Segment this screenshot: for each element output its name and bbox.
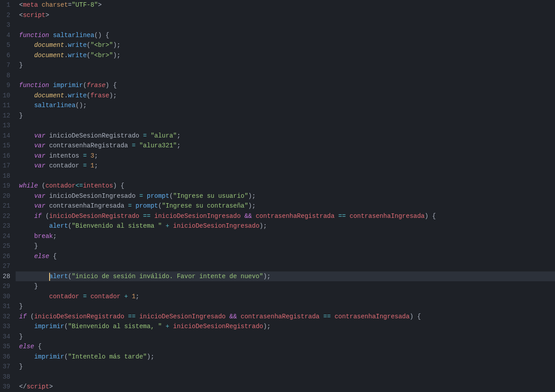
code-token: if [19,313,27,320]
code-token: ); [263,273,271,280]
code-line[interactable] [19,372,555,382]
code-token [19,253,34,260]
code-line[interactable]: var contador = 1; [19,161,555,171]
code-token [135,313,139,320]
code-line[interactable]: contador = contador + 1; [19,292,555,302]
text-cursor [49,273,50,281]
code-token [19,192,34,200]
code-line[interactable]: var contrasenhaIngresada = prompt("Ingre… [19,201,555,211]
code-token: = [128,202,131,209]
code-token: ( [38,182,46,189]
code-line[interactable] [19,71,555,81]
code-editor[interactable]: 1234567891011121314151617181920212223242… [0,0,555,392]
code-line[interactable] [19,121,555,131]
code-line[interactable]: document.write("<br>"); [19,40,555,50]
code-token: ); [260,222,267,229]
code-token [121,293,124,300]
code-line[interactable]: } [19,60,555,71]
code-token: inicioDeSesionIngresado [154,213,240,220]
code-line[interactable]: imprimir("Bienvenido al sistema, " + ini… [19,321,555,332]
code-token [135,142,139,149]
code-line[interactable]: var inicioDeSesionIngresado = prompt("In… [19,191,555,201]
code-token: < [19,12,23,19]
code-line[interactable]: } [19,332,555,342]
code-line[interactable]: document.write("<br>"); [19,50,555,61]
code-token [19,42,34,49]
code-token: > [46,12,49,19]
code-line[interactable]: } [19,362,555,372]
code-line[interactable] [19,20,555,30]
code-token: var [34,142,45,149]
code-token: ); [113,52,121,59]
line-number: 11 [3,100,10,111]
code-token: meta [23,1,38,8]
code-line[interactable]: function imprimir(frase) { [19,80,555,91]
code-token: = [83,152,87,159]
line-number: 38 [3,372,10,382]
code-line[interactable]: if (inicioDeSesionRegistrado == inicioDe… [19,211,555,221]
code-line[interactable]: alert("Bienvenido al sistema " + inicioD… [19,221,555,231]
code-token: "alura" [151,132,177,139]
code-line[interactable]: var contrasenhaRegistrada = "alura321"; [19,141,555,151]
code-token: function [19,82,49,89]
code-token: } [19,112,23,119]
code-token: saltarlinea [53,32,94,39]
code-token: imprimir [53,82,83,89]
code-token: saltarlinea [34,102,75,109]
code-line[interactable]: } [19,111,555,121]
line-number: 2 [3,10,10,21]
code-line[interactable] [19,171,555,181]
code-line[interactable]: if (inicioDeSesionRegistrado == inicioDe… [19,312,555,322]
code-line[interactable]: break; [19,231,555,242]
code-line[interactable]: while (contador<=intentos) { [19,181,555,191]
code-token: ( [64,353,68,360]
code-line[interactable]: <script> [19,10,555,21]
code-token: == [143,213,151,220]
code-token [46,162,49,169]
code-token [252,213,256,220]
code-line[interactable]: } [19,301,555,312]
code-token: < [19,1,23,8]
code-token: prompt [135,202,158,209]
code-token: ( [83,82,87,89]
code-token: break [34,233,53,240]
line-number: 30 [3,292,10,302]
code-token [331,313,334,320]
code-line[interactable]: var intentos = 3; [19,151,555,161]
code-token [128,142,131,149]
code-token: else [19,343,34,350]
code-token: "inicio de sesión inválido. Favor intent… [71,273,263,280]
code-line[interactable]: var inicioDeSesionRegistrado = "alura"; [19,131,555,141]
code-token [19,233,34,240]
code-token: . [64,42,68,49]
line-number: 36 [3,352,10,362]
code-token: </ [19,383,27,390]
code-line[interactable] [19,261,555,271]
line-number: 5 [3,40,10,50]
code-line[interactable]: else { [19,342,555,352]
code-line[interactable]: imprimir("Intentelo más tarde"); [19,352,555,362]
code-line[interactable]: </script> [19,382,555,392]
code-token [19,162,34,169]
code-line[interactable]: } [19,281,555,292]
code-line[interactable]: else { [19,251,555,262]
code-line[interactable]: <meta charset="UTF-8"> [19,0,555,10]
code-line[interactable]: } [19,241,555,251]
code-token: intentos [49,152,79,159]
code-token: ( [158,202,162,209]
code-token: contador [49,162,79,169]
code-line[interactable]: saltarlinea(); [19,100,555,111]
code-token [38,1,42,8]
code-token: } [19,363,23,370]
code-line[interactable]: alert("inicio de sesión inválido. Favor … [16,271,555,282]
code-token: ) { [113,182,124,189]
code-line[interactable]: document.write(frase); [19,91,555,101]
code-token: ; [135,293,139,300]
code-line[interactable]: function saltarlinea() { [19,30,555,41]
code-token: } [19,303,23,310]
code-token: script [27,383,49,390]
code-area[interactable]: <meta charset="UTF-8"><script> function … [16,0,555,392]
line-number: 16 [3,151,10,161]
code-token: function [19,32,49,39]
code-token: { [34,343,42,350]
